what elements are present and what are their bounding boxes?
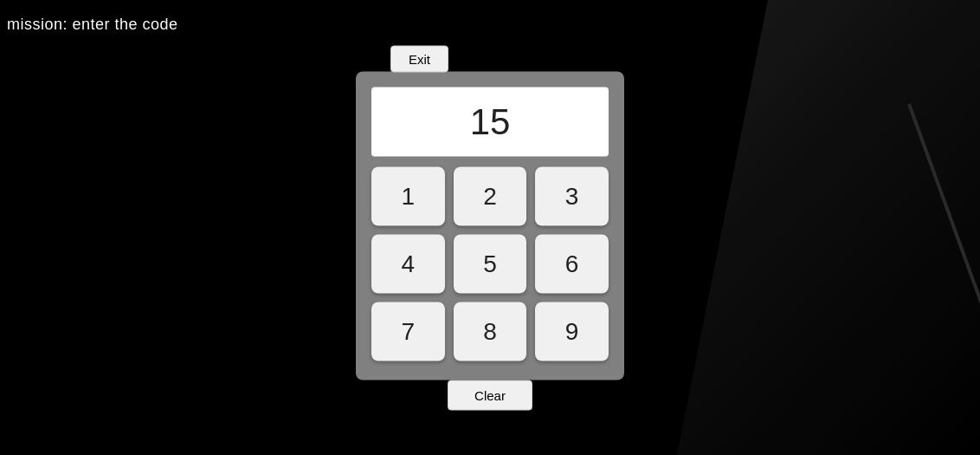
- display-screen: 15: [371, 87, 609, 156]
- exit-button[interactable]: Exit: [390, 45, 448, 72]
- calculator-panel: 15 1 2 3 4 5 6 7 8 9: [356, 71, 624, 380]
- keypad: 1 2 3 4 5 6 7 8 9: [371, 166, 609, 361]
- key-6[interactable]: 6: [535, 234, 609, 293]
- key-1[interactable]: 1: [371, 166, 445, 225]
- clear-button[interactable]: Clear: [448, 380, 532, 410]
- key-9[interactable]: 9: [535, 302, 609, 361]
- mission-text: mission: enter the code: [7, 16, 178, 34]
- key-8[interactable]: 8: [454, 302, 527, 361]
- key-4[interactable]: 4: [371, 234, 445, 293]
- key-5[interactable]: 5: [454, 234, 527, 293]
- key-3[interactable]: 3: [535, 166, 609, 225]
- calculator-wrapper: Exit 15 1 2 3 4 5 6 7 8 9 Clear: [356, 45, 624, 410]
- key-7[interactable]: 7: [371, 302, 445, 361]
- key-2[interactable]: 2: [454, 166, 527, 225]
